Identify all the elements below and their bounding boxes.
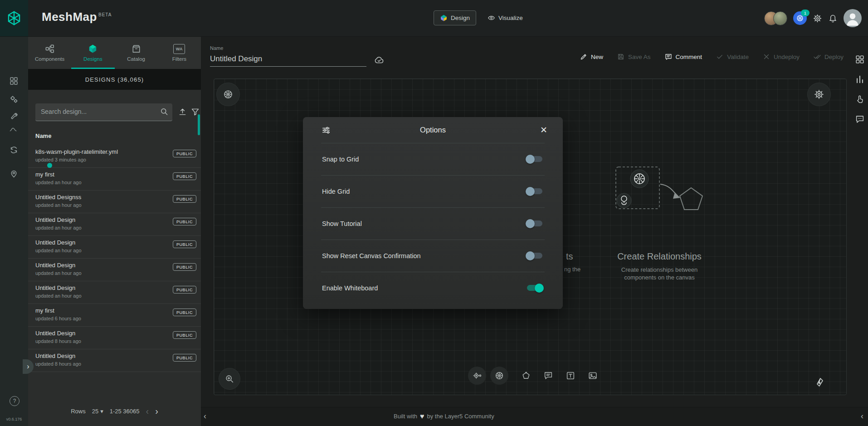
shapes-tool-button[interactable] [517, 367, 535, 385]
designs-panel: Components Designs Catalog WA Filters DE… [28, 36, 201, 426]
design-list-item[interactable]: k8s-wasm-plugin-ratelimiter.yml updated … [28, 145, 201, 168]
rail-item-lifecycle[interactable] [9, 94, 19, 104]
whiteboard-pen-button[interactable] [809, 371, 832, 394]
cross-icon [762, 53, 770, 61]
dock-chat-button[interactable] [855, 114, 865, 124]
automation-tool-button[interactable] [468, 367, 486, 385]
option-label: Enable Whiteboard [322, 284, 378, 292]
design-updated-time: updated 3 minutes ago [35, 157, 118, 162]
tab-filters[interactable]: WA Filters [158, 36, 201, 69]
shapes-pentagon-icon [521, 371, 531, 381]
design-name-input[interactable] [210, 54, 366, 67]
design-list-item[interactable]: Untitled Design updated an hour ago PUBL… [28, 213, 201, 236]
app-version: v0.6.176 [0, 417, 28, 421]
touch-pointer-icon [855, 94, 865, 104]
dock-charts-button[interactable] [855, 74, 865, 84]
kubernetes-wheel-icon [494, 371, 504, 381]
image-tool-button[interactable] [584, 367, 602, 385]
hidden-card-title-fragment: ts [566, 251, 573, 262]
design-list-item[interactable]: Untitled Design updated an hour ago PUBL… [28, 281, 201, 304]
automation-gear-icon [472, 371, 482, 381]
layer5-logo[interactable] [0, 0, 28, 36]
design-list-item[interactable]: my first updated an hour ago PUBLIC [28, 168, 201, 191]
design-list-item[interactable]: Untitled Design updated 8 hours ago PUBL… [28, 349, 201, 372]
rail-item-connections[interactable] [9, 126, 18, 133]
previous-page-button[interactable]: ‹ [146, 406, 149, 416]
design-list-item[interactable]: Untitled Design updated 8 hours ago PUBL… [28, 327, 201, 349]
collapse-left-chevron[interactable]: ‹ [204, 411, 206, 421]
option-toggle[interactable] [526, 155, 544, 164]
import-design-icon[interactable] [178, 107, 187, 117]
design-mode-label: Design [451, 15, 470, 21]
design-visibility-badge: PUBLIC [173, 195, 196, 203]
design-list-item[interactable]: Untitled Design updated an hour ago PUBL… [28, 259, 201, 281]
user-avatar[interactable] [844, 9, 862, 27]
design-visibility-badge: PUBLIC [173, 150, 196, 157]
option-toggle[interactable] [526, 187, 544, 196]
search-input[interactable] [35, 103, 159, 120]
canvas-kubernetes-button[interactable] [217, 83, 239, 106]
rail-item-sync[interactable] [9, 145, 19, 155]
canvas-options-gear-button[interactable] [808, 83, 830, 106]
visualize-mode-button[interactable]: Visualize [482, 11, 529, 25]
tab-components[interactable]: Components [28, 36, 71, 69]
comment-tool-button[interactable] [539, 367, 557, 385]
collapse-right-chevron[interactable]: ‹ [861, 411, 863, 421]
rows-per-page-select[interactable]: 25 ▾ [92, 408, 103, 415]
grid-icon [855, 54, 865, 64]
zoom-button[interactable] [219, 368, 240, 389]
design-list-item[interactable]: my first updated 6 hours ago PUBLIC [28, 304, 201, 327]
collaborator-avatar-2[interactable] [773, 11, 787, 25]
option-row: Show Reset Canvas Confirmation [303, 240, 563, 272]
design-list-item[interactable]: Untitled Designss updated an hour ago PU… [28, 191, 201, 213]
new-design-button[interactable]: New [580, 53, 603, 61]
pencil-icon [580, 53, 588, 61]
option-row: Enable Whiteboard [303, 272, 563, 304]
option-toggle[interactable] [526, 219, 544, 228]
option-toggle[interactable] [526, 284, 544, 293]
deploy-button[interactable]: Deploy [813, 53, 844, 61]
notifications-bell-icon[interactable] [828, 14, 838, 23]
option-toggle[interactable] [526, 251, 544, 260]
design-name: k8s-wasm-plugin-ratelimiter.yml [35, 148, 118, 155]
left-icon-rail: › ? v0.6.176 [0, 36, 28, 426]
option-label: Hide Grid [322, 188, 350, 195]
option-label: Show Tutorial [322, 220, 362, 227]
tutorial-card-subtitle: Create relationships between components … [607, 266, 712, 281]
heart-icon: ♥ [420, 413, 424, 419]
rail-item-dashboard[interactable] [9, 76, 19, 86]
validate-button[interactable]: Validate [716, 53, 749, 61]
panel-scrollbar-thumb[interactable] [198, 114, 200, 135]
kubernetes-context-button[interactable]: 1 [793, 11, 807, 25]
notification-count-badge: 1 [801, 10, 809, 16]
tutorial-card-title: Create Relationships [610, 251, 709, 262]
save-as-button[interactable]: Save As [617, 53, 651, 61]
rail-item-environment[interactable] [9, 169, 19, 178]
cloud-saved-icon [374, 54, 385, 65]
kubernetes-tool-button[interactable] [490, 367, 508, 385]
design-name: Untitled Designss [35, 194, 82, 201]
tab-catalog[interactable]: Catalog [115, 36, 158, 69]
rail-item-toolkit[interactable] [9, 112, 19, 121]
create-relationships-illustration [613, 162, 713, 230]
tab-designs[interactable]: Designs [71, 36, 114, 69]
layer5-hex-icon [6, 10, 22, 26]
pen-nib-icon [815, 377, 826, 388]
undeploy-button[interactable]: Undeploy [762, 53, 800, 61]
design-list-item[interactable]: Untitled Design updated an hour ago PUBL… [28, 236, 201, 259]
dock-dashboard-button[interactable] [855, 54, 865, 64]
settings-gear-icon[interactable] [813, 14, 822, 23]
design-mode-button[interactable]: Design [434, 10, 476, 25]
design-updated-time: updated an hour ago [35, 225, 82, 230]
next-page-button[interactable]: › [155, 406, 158, 416]
comment-button[interactable]: Comment [664, 53, 702, 61]
help-button[interactable]: ? [10, 396, 20, 406]
options-modal-header: Options ✕ [303, 117, 563, 143]
close-icon[interactable]: ✕ [540, 125, 547, 135]
text-tool-button[interactable] [561, 367, 580, 385]
search-icon[interactable] [160, 107, 169, 116]
design-visibility-badge: PUBLIC [173, 286, 196, 294]
dock-interaction-button[interactable] [855, 94, 865, 104]
option-label: Show Reset Canvas Confirmation [322, 252, 421, 260]
curve-icon [9, 126, 18, 133]
